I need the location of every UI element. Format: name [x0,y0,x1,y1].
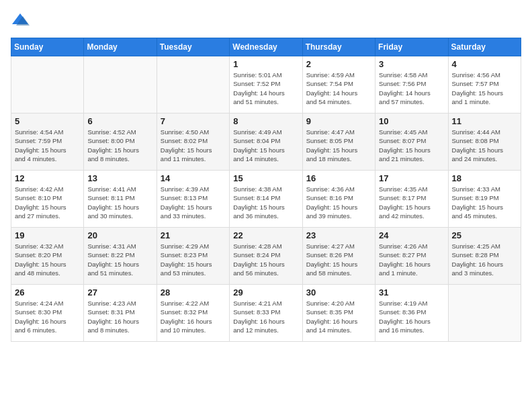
calendar-cell: 8Sunrise: 4:49 AM Sunset: 8:04 PM Daylig… [230,113,302,171]
calendar-cell: 22Sunrise: 4:28 AM Sunset: 8:24 PM Dayli… [230,228,302,285]
day-info: Sunrise: 4:20 AM Sunset: 8:35 PM Dayligh… [306,299,371,334]
day-info: Sunrise: 4:38 AM Sunset: 8:14 PM Dayligh… [233,185,298,220]
day-number: 18 [452,173,517,183]
day-info: Sunrise: 4:56 AM Sunset: 7:57 PM Dayligh… [452,71,517,106]
day-number: 21 [161,230,226,240]
day-number: 5 [15,116,80,126]
day-info: Sunrise: 4:29 AM Sunset: 8:23 PM Dayligh… [161,242,226,277]
calendar-cell: 12Sunrise: 4:42 AM Sunset: 8:10 PM Dayli… [11,171,84,228]
day-number: 22 [233,230,298,240]
day-number: 29 [233,287,298,298]
calendar-cell: 25Sunrise: 4:25 AM Sunset: 8:28 PM Dayli… [448,228,521,285]
day-number: 30 [306,287,371,298]
day-info: Sunrise: 4:42 AM Sunset: 8:10 PM Dayligh… [15,185,80,220]
day-info: Sunrise: 4:52 AM Sunset: 8:00 PM Dayligh… [87,128,152,163]
col-header-friday: Friday [375,38,448,56]
calendar-cell: 31Sunrise: 4:19 AM Sunset: 8:36 PM Dayli… [375,285,448,342]
day-number: 2 [306,59,371,69]
day-info: Sunrise: 4:35 AM Sunset: 8:17 PM Dayligh… [379,185,444,220]
calendar-cell: 9Sunrise: 4:47 AM Sunset: 8:05 PM Daylig… [302,113,375,171]
day-number: 14 [161,173,226,183]
day-info: Sunrise: 4:41 AM Sunset: 8:11 PM Dayligh… [87,185,152,220]
col-header-sunday: Sunday [11,38,84,56]
day-number: 28 [161,287,226,298]
day-info: Sunrise: 4:49 AM Sunset: 8:04 PM Dayligh… [233,128,298,163]
calendar-cell: 7Sunrise: 4:50 AM Sunset: 8:02 PM Daylig… [157,113,229,171]
day-number: 12 [15,173,80,183]
day-number: 4 [452,59,517,69]
day-number: 3 [379,59,444,69]
day-number: 16 [306,173,371,183]
day-info: Sunrise: 4:33 AM Sunset: 8:19 PM Dayligh… [452,185,517,220]
calendar-cell: 10Sunrise: 4:45 AM Sunset: 8:07 PM Dayli… [375,113,448,171]
day-number: 26 [15,287,80,298]
logo [11,11,32,30]
day-info: Sunrise: 4:25 AM Sunset: 8:28 PM Dayligh… [452,242,517,277]
calendar-week-row: 26Sunrise: 4:24 AM Sunset: 8:30 PM Dayli… [11,285,521,342]
day-number: 17 [379,173,444,183]
day-number: 20 [87,230,152,240]
calendar-cell [11,56,84,113]
calendar-cell: 5Sunrise: 4:54 AM Sunset: 7:59 PM Daylig… [11,113,84,171]
day-info: Sunrise: 4:21 AM Sunset: 8:33 PM Dayligh… [233,299,298,334]
day-info: Sunrise: 4:58 AM Sunset: 7:56 PM Dayligh… [379,71,444,106]
calendar-cell: 17Sunrise: 4:35 AM Sunset: 8:17 PM Dayli… [375,171,448,228]
col-header-thursday: Thursday [302,38,375,56]
calendar-cell: 23Sunrise: 4:27 AM Sunset: 8:26 PM Dayli… [302,228,375,285]
day-info: Sunrise: 4:23 AM Sunset: 8:31 PM Dayligh… [87,299,152,334]
day-number: 8 [233,116,298,126]
day-number: 27 [87,287,152,298]
day-info: Sunrise: 4:44 AM Sunset: 8:08 PM Dayligh… [452,128,517,163]
calendar-week-row: 1Sunrise: 5:01 AM Sunset: 7:52 PM Daylig… [11,56,521,113]
day-info: Sunrise: 4:59 AM Sunset: 7:54 PM Dayligh… [306,71,371,106]
day-number: 23 [306,230,371,240]
calendar-cell: 1Sunrise: 5:01 AM Sunset: 7:52 PM Daylig… [230,56,302,113]
col-header-tuesday: Tuesday [157,38,229,56]
calendar-cell: 11Sunrise: 4:44 AM Sunset: 8:08 PM Dayli… [448,113,521,171]
calendar-cell: 26Sunrise: 4:24 AM Sunset: 8:30 PM Dayli… [11,285,84,342]
calendar-cell: 18Sunrise: 4:33 AM Sunset: 8:19 PM Dayli… [448,171,521,228]
day-info: Sunrise: 4:39 AM Sunset: 8:13 PM Dayligh… [161,185,226,220]
day-number: 11 [452,116,517,126]
logo-icon [11,11,30,30]
calendar-cell: 19Sunrise: 4:32 AM Sunset: 8:20 PM Dayli… [11,228,84,285]
page-header [11,11,521,30]
day-number: 9 [306,116,371,126]
calendar-cell: 13Sunrise: 4:41 AM Sunset: 8:11 PM Dayli… [84,171,157,228]
calendar-cell: 2Sunrise: 4:59 AM Sunset: 7:54 PM Daylig… [302,56,375,113]
day-number: 24 [379,230,444,240]
calendar-cell: 24Sunrise: 4:26 AM Sunset: 8:27 PM Dayli… [375,228,448,285]
day-info: Sunrise: 4:50 AM Sunset: 8:02 PM Dayligh… [161,128,226,163]
calendar-cell [84,56,157,113]
calendar-week-row: 12Sunrise: 4:42 AM Sunset: 8:10 PM Dayli… [11,171,521,228]
day-number: 15 [233,173,298,183]
calendar-week-row: 5Sunrise: 4:54 AM Sunset: 7:59 PM Daylig… [11,113,521,171]
day-number: 7 [161,116,226,126]
day-info: Sunrise: 4:47 AM Sunset: 8:05 PM Dayligh… [306,128,371,163]
col-header-monday: Monday [84,38,157,56]
calendar-cell: 21Sunrise: 4:29 AM Sunset: 8:23 PM Dayli… [157,228,229,285]
calendar-table: SundayMondayTuesdayWednesdayThursdayFrid… [11,38,521,342]
calendar-cell: 15Sunrise: 4:38 AM Sunset: 8:14 PM Dayli… [230,171,302,228]
calendar-cell: 4Sunrise: 4:56 AM Sunset: 7:57 PM Daylig… [448,56,521,113]
calendar-cell: 20Sunrise: 4:31 AM Sunset: 8:22 PM Dayli… [84,228,157,285]
day-number: 6 [87,116,152,126]
calendar-header-row: SundayMondayTuesdayWednesdayThursdayFrid… [11,38,521,56]
day-number: 10 [379,116,444,126]
calendar-cell: 3Sunrise: 4:58 AM Sunset: 7:56 PM Daylig… [375,56,448,113]
day-number: 13 [87,173,152,183]
day-number: 25 [452,230,517,240]
day-info: Sunrise: 4:28 AM Sunset: 8:24 PM Dayligh… [233,242,298,277]
calendar-cell: 29Sunrise: 4:21 AM Sunset: 8:33 PM Dayli… [230,285,302,342]
calendar-week-row: 19Sunrise: 4:32 AM Sunset: 8:20 PM Dayli… [11,228,521,285]
day-info: Sunrise: 4:45 AM Sunset: 8:07 PM Dayligh… [379,128,444,163]
calendar-cell [157,56,229,113]
calendar-cell: 30Sunrise: 4:20 AM Sunset: 8:35 PM Dayli… [302,285,375,342]
calendar-cell [448,285,521,342]
calendar-cell: 6Sunrise: 4:52 AM Sunset: 8:00 PM Daylig… [84,113,157,171]
col-header-saturday: Saturday [448,38,521,56]
day-info: Sunrise: 4:19 AM Sunset: 8:36 PM Dayligh… [379,299,444,334]
calendar-cell: 27Sunrise: 4:23 AM Sunset: 8:31 PM Dayli… [84,285,157,342]
day-info: Sunrise: 4:36 AM Sunset: 8:16 PM Dayligh… [306,185,371,220]
calendar-cell: 28Sunrise: 4:22 AM Sunset: 8:32 PM Dayli… [157,285,229,342]
